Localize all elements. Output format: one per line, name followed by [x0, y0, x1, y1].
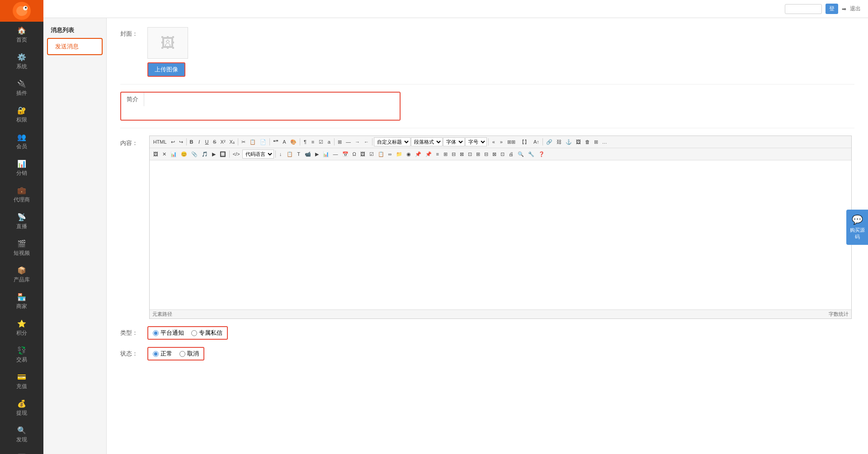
- tb2-grid1[interactable]: ⊞: [442, 150, 449, 159]
- tb-superscript[interactable]: X²: [219, 137, 227, 146]
- tb-table[interactable]: ⊞: [336, 137, 344, 146]
- tb-hr[interactable]: —: [344, 137, 353, 146]
- status-cancel-input[interactable]: [179, 351, 185, 357]
- sidebar-item-points[interactable]: ⭐积分: [14, 315, 30, 342]
- category-platform-input[interactable]: [153, 330, 159, 336]
- tb2-text[interactable]: T: [295, 150, 302, 159]
- tb2-pin2[interactable]: 📌: [424, 150, 434, 159]
- sidebar-item-distribution[interactable]: 📊分销: [14, 155, 30, 182]
- tb-anchor2[interactable]: ⚓: [564, 137, 574, 146]
- tb-html[interactable]: HTML: [151, 137, 169, 146]
- tb-para-select[interactable]: 段落格式: [411, 137, 443, 146]
- tb2-code[interactable]: </>: [231, 150, 242, 159]
- tb-fontcolor[interactable]: A: [281, 137, 288, 146]
- tb2-embed[interactable]: 🔲: [218, 150, 228, 159]
- tb2-grid2[interactable]: ⊟: [450, 150, 458, 159]
- sidebar-item-plugins[interactable]: 🔌插件: [14, 75, 30, 102]
- tb2-print[interactable]: 🖨: [507, 150, 515, 159]
- tb2-pin[interactable]: 📌: [413, 150, 423, 159]
- float-chat-button[interactable]: 💬 购买源码: [846, 210, 868, 245]
- tb2-dl[interactable]: ↓: [277, 150, 284, 159]
- sidebar-item-news[interactable]: 📰资讯: [14, 448, 30, 454]
- tb2-folder[interactable]: 📁: [394, 150, 404, 159]
- tb2-clear[interactable]: ✕: [160, 150, 168, 159]
- tb-cut[interactable]: ✂: [240, 137, 247, 146]
- login-button[interactable]: 登: [826, 4, 838, 14]
- category-platform[interactable]: 平台通知: [153, 329, 184, 337]
- tb2-copy2[interactable]: 📋: [285, 150, 295, 159]
- tb-ol[interactable]: ¶: [302, 137, 309, 146]
- tb2-check[interactable]: ☑: [368, 150, 376, 159]
- sidebar-item-members[interactable]: 👥会员: [14, 128, 30, 155]
- tb-anchor[interactable]: a: [326, 137, 333, 146]
- tb-underline[interactable]: U: [203, 137, 211, 146]
- tb2-media[interactable]: ▶: [210, 150, 217, 159]
- nav-icon[interactable]: ➡: [842, 6, 846, 12]
- tb-outdent[interactable]: ←: [362, 137, 371, 146]
- tb2-grid8[interactable]: ⊡: [499, 150, 506, 159]
- tb2-help[interactable]: ❓: [537, 150, 547, 159]
- sidebar-item-system[interactable]: ⚙️系统: [14, 48, 30, 75]
- tb-size-select[interactable]: 字号: [465, 137, 487, 146]
- tb2-video[interactable]: 📹: [303, 150, 313, 159]
- tb2-grid3[interactable]: ⊠: [458, 150, 466, 159]
- tb-columns[interactable]: ⊞⊞: [505, 137, 517, 146]
- tb-font-select[interactable]: 字体: [443, 137, 465, 146]
- logout-link[interactable]: 退出: [850, 5, 861, 13]
- upload-image-button[interactable]: 上传图像: [147, 62, 185, 77]
- tb-blockquote[interactable]: ❝❞: [271, 137, 280, 146]
- tb2-play[interactable]: ▶: [313, 150, 321, 159]
- tb2-grid7[interactable]: ⊠: [491, 150, 498, 159]
- category-private-input[interactable]: [191, 330, 197, 336]
- tb2-search[interactable]: 🔍: [516, 150, 526, 159]
- tb-more[interactable]: …: [600, 137, 609, 146]
- tb2-date[interactable]: 📅: [340, 150, 350, 159]
- tb2-img[interactable]: 🖼: [151, 150, 160, 159]
- tb2-grid5[interactable]: ⊞: [474, 150, 482, 159]
- tb-bold[interactable]: B: [188, 137, 195, 146]
- language-select[interactable]: 简体中文 繁體中文 English: [785, 4, 822, 14]
- sidebar-item-send-message[interactable]: 发送消息: [47, 38, 103, 55]
- sidebar-item-products[interactable]: 📦产品库: [14, 262, 30, 288]
- tb-caps[interactable]: A↑: [532, 137, 541, 146]
- tb2-grid4[interactable]: ⊡: [466, 150, 474, 159]
- tb-italic[interactable]: I: [196, 137, 203, 146]
- tb-copy[interactable]: 📋: [248, 137, 258, 146]
- tb2-img2[interactable]: 🖼: [359, 150, 367, 159]
- sidebar-item-recharge[interactable]: 💳充值: [14, 368, 30, 395]
- tb2-chart[interactable]: 📊: [169, 150, 179, 159]
- tb-bracket[interactable]: 【】: [518, 137, 531, 146]
- tb-link[interactable]: 🔗: [544, 137, 554, 146]
- category-private[interactable]: 专属私信: [191, 329, 222, 337]
- tb-image[interactable]: 🖼: [574, 137, 583, 146]
- tb2-radio[interactable]: ◉: [405, 150, 413, 159]
- tb-redo[interactable]: ↪: [177, 137, 185, 146]
- tb2-clip[interactable]: 📋: [376, 150, 386, 159]
- status-normal[interactable]: 正常: [153, 350, 172, 358]
- sidebar-item-withdraw[interactable]: 💰提现: [14, 395, 30, 421]
- tb-strikethrough[interactable]: S: [211, 137, 218, 146]
- tb-paste[interactable]: 📄: [258, 137, 268, 146]
- tb2-audio[interactable]: 🎵: [200, 150, 210, 159]
- tb2-grid6[interactable]: ⊟: [482, 150, 490, 159]
- sidebar-item-live[interactable]: 📡直播: [14, 208, 30, 235]
- summary-input[interactable]: [144, 93, 400, 120]
- tb-delete[interactable]: 🗑: [583, 137, 592, 146]
- tb2-lang-select[interactable]: 代码语言: [242, 150, 274, 159]
- tb2-line[interactable]: —: [331, 150, 340, 159]
- tb-table2[interactable]: ⊞: [592, 137, 600, 146]
- status-cancel[interactable]: 取消: [179, 350, 199, 358]
- tb2-inf[interactable]: ∞: [387, 150, 394, 159]
- sidebar-item-shorts[interactable]: 🎬短视频: [14, 235, 30, 262]
- tb-next[interactable]: »: [498, 137, 505, 146]
- tb-highlight[interactable]: 🎨: [288, 137, 298, 146]
- tb-undo[interactable]: ↩: [169, 137, 177, 146]
- tb-prev[interactable]: «: [490, 137, 497, 146]
- sidebar-item-discover[interactable]: 🔍发现: [14, 421, 30, 448]
- sidebar-item-trade[interactable]: 💱交易: [14, 342, 30, 368]
- editor-content[interactable]: [150, 160, 851, 309]
- tb-unlink[interactable]: ⛓: [555, 137, 563, 146]
- status-normal-input[interactable]: [153, 351, 159, 357]
- tb2-attach[interactable]: 📎: [189, 150, 199, 159]
- tb2-list[interactable]: ≡: [434, 150, 441, 159]
